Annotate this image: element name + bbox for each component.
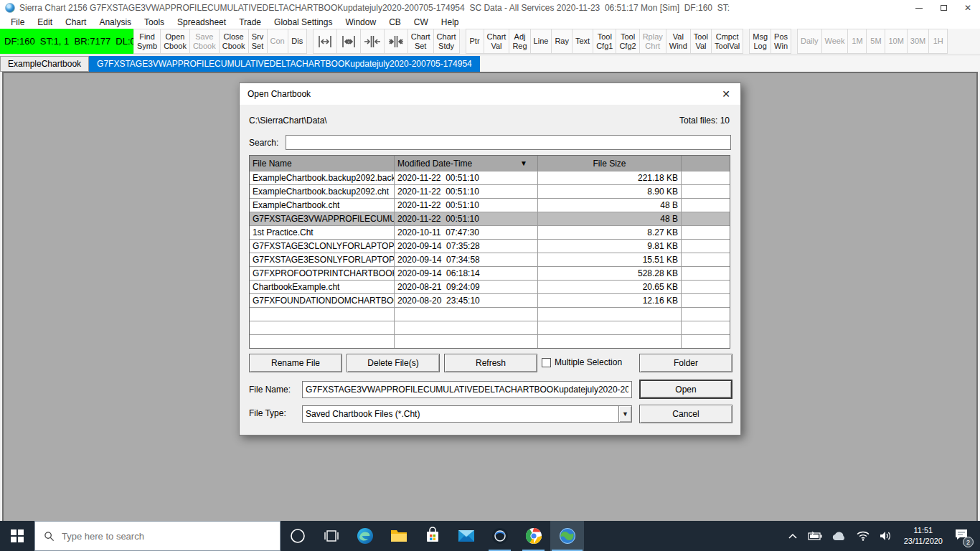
compact-tool-values-button[interactable]: Cmpct ToolVal xyxy=(712,29,743,54)
chevron-up-tray-button[interactable] xyxy=(788,532,798,540)
taskbar-clock[interactable]: 11:51 23/11/2020 xyxy=(904,525,943,547)
line-tool-button[interactable]: Line xyxy=(531,29,552,54)
column-header-modified-date-time[interactable]: Modified Date-Time▼ xyxy=(395,156,538,171)
open-button[interactable]: Open xyxy=(639,380,732,399)
start-button[interactable] xyxy=(0,521,34,551)
cortana-taskbar-button[interactable] xyxy=(281,521,314,551)
file-row[interactable]: ChartbookExample.cht2020-08-21 09:24:092… xyxy=(250,280,730,293)
file-type-dropdown[interactable]: Saved Chartbook Files (*.Cht) ▼ xyxy=(302,405,632,423)
chart-values-button[interactable]: Chart Val xyxy=(484,29,510,54)
menu-trade[interactable]: Trade xyxy=(232,16,268,29)
file-row[interactable]: G7FXPROFOOTPRINTCHARTBOOK-202020-09-14 0… xyxy=(250,266,730,280)
timeframe-1m-button[interactable]: 1M xyxy=(848,29,867,54)
onedrive-tray-button[interactable] xyxy=(832,532,847,541)
window-title: Sierra Chart 2156 G7FXSTAGE3VWAPPROFILEC… xyxy=(19,3,907,13)
disconnect-button[interactable]: Dis xyxy=(288,29,307,54)
maximize-button[interactable] xyxy=(931,0,956,16)
bar-spacing-narrow-more-button[interactable] xyxy=(385,29,408,54)
file-row[interactable]: G7FXFOUNDATIONDOMCHARTBOOK2020-08-20 23:… xyxy=(250,293,730,307)
close-button[interactable]: ✕ xyxy=(956,0,980,16)
file-row[interactable]: ExampleChartbook.backup2092.backup2020-1… xyxy=(250,171,730,184)
cancel-button[interactable]: Cancel xyxy=(639,405,732,423)
file-name-cell xyxy=(250,308,395,321)
tool-values-button[interactable]: Tool Val xyxy=(691,29,712,54)
bar-spacing-narrow-button[interactable] xyxy=(361,29,385,54)
open-chartbook-button[interactable]: Open Cbook xyxy=(161,29,190,54)
chrome-taskbar-button[interactable] xyxy=(517,521,550,551)
taskbar-search-input[interactable] xyxy=(62,531,248,542)
multiple-selection-checkbox[interactable] xyxy=(542,358,551,367)
rename-file-button[interactable]: Rename File xyxy=(249,354,342,372)
folder-button[interactable]: Folder xyxy=(639,354,732,372)
position-window-button[interactable]: Pos Win xyxy=(771,29,791,54)
maximize-icon xyxy=(941,5,947,11)
minimize-button[interactable] xyxy=(907,0,931,16)
menu-chart[interactable]: Chart xyxy=(59,16,93,29)
menu-global-settings[interactable]: Global Settings xyxy=(268,16,339,29)
sort-descending-icon: ▼ xyxy=(520,159,527,167)
chart-settings-button[interactable]: Chart Set xyxy=(408,29,434,54)
bar-spacing-widen-button[interactable] xyxy=(313,29,337,54)
delete-files-button[interactable]: Delete File(s) xyxy=(347,354,440,372)
file-row[interactable]: 1st Practice.Cht2020-10-11 07:47:308.27 … xyxy=(250,225,730,239)
taskbar-search[interactable] xyxy=(34,521,281,551)
file-row[interactable]: ExampleChartbook.backup2092.cht2020-11-2… xyxy=(250,184,730,198)
menu-window[interactable]: Window xyxy=(339,16,382,29)
message-log-button[interactable]: Msg Log xyxy=(749,29,771,54)
dialog-close-button[interactable]: ✕ xyxy=(717,85,735,103)
connect-button[interactable]: Con xyxy=(268,29,288,54)
timeframe-week-button[interactable]: Week xyxy=(822,29,849,54)
bar-spacing-widen-more-button[interactable] xyxy=(337,29,361,54)
nordvpn-taskbar-button[interactable] xyxy=(483,521,517,551)
tool-config-2-button[interactable]: Tool Cfg2 xyxy=(616,29,639,54)
notification-center-button[interactable]: 2 xyxy=(954,528,969,544)
menu-edit[interactable]: Edit xyxy=(31,16,59,29)
refresh-button[interactable]: Refresh xyxy=(444,354,537,372)
tab-chartbook[interactable]: ExampleChartbook xyxy=(0,56,89,72)
close-chartbook-button[interactable]: Close Cbook xyxy=(220,29,249,54)
tool-config-1-button[interactable]: Tool Cfg1 xyxy=(593,29,616,54)
text-tool-button[interactable]: Text xyxy=(573,29,593,54)
timeframe-1h-button[interactable]: 1H xyxy=(929,29,948,54)
ray-tool-button[interactable]: Ray xyxy=(552,29,573,54)
pointer-button[interactable]: Ptr xyxy=(466,29,484,54)
timeframe-10m-button[interactable]: 10M xyxy=(885,29,907,54)
timeframe-30m-button[interactable]: 30M xyxy=(908,29,929,54)
chart-studies-button[interactable]: Chart Stdy xyxy=(434,29,460,54)
column-header-file-size[interactable]: File Size xyxy=(538,156,682,171)
column-header-file-name[interactable]: File Name xyxy=(250,156,395,171)
battery-tray-button[interactable] xyxy=(808,532,822,540)
menu-analysis[interactable]: Analysis xyxy=(93,16,138,29)
values-window-button[interactable]: Val Wind xyxy=(666,29,691,54)
tab-active-chartbook[interactable]: G7FXSTAGE3VWAPPROFILECUMULATIVEDELTACHAR… xyxy=(89,56,480,72)
file-name-input[interactable] xyxy=(302,381,632,398)
timeframe-daily-button[interactable]: Daily xyxy=(797,29,821,54)
file-row[interactable]: G7FXSTAGE3CLONLYFORLAPTOPVWA2020-09-14 0… xyxy=(250,239,730,253)
task-view-taskbar-button[interactable] xyxy=(314,521,348,551)
edge-taskbar-button[interactable] xyxy=(348,521,382,551)
menu-cw[interactable]: CW xyxy=(407,16,435,29)
adjust-region-button[interactable]: Adj Reg xyxy=(509,29,530,54)
find-symbol-button[interactable]: Find Symb xyxy=(133,29,161,54)
sierra-chart-taskbar-button[interactable] xyxy=(550,521,584,551)
menu-help[interactable]: Help xyxy=(435,16,466,29)
search-input[interactable] xyxy=(286,135,731,150)
mail-taskbar-button[interactable] xyxy=(449,521,483,551)
server-settings-button[interactable]: Srv Set xyxy=(249,29,268,54)
menu-spreadsheet[interactable]: Spreadsheet xyxy=(171,16,232,29)
menu-tools[interactable]: Tools xyxy=(138,16,171,29)
wifi-tray-button[interactable] xyxy=(857,531,870,541)
file-row[interactable]: G7FXSTAGE3VWAPPROFILECUMULAT2020-11-22 0… xyxy=(250,212,730,225)
menu-cb[interactable]: CB xyxy=(382,16,407,29)
file-explorer-taskbar-button[interactable] xyxy=(382,521,415,551)
timeframe-5m-button[interactable]: 5M xyxy=(867,29,885,54)
menu-file[interactable]: File xyxy=(4,16,31,29)
volume-tray-button[interactable] xyxy=(880,531,892,541)
file-row[interactable]: ExampleChartbook.cht2020-11-22 00:51:104… xyxy=(250,198,730,212)
file-row[interactable]: G7FXSTAGE3ESONLYFORLAPTOPVWA2020-09-14 0… xyxy=(250,253,730,266)
save-chartbook-button[interactable]: Save Cbook xyxy=(190,29,220,54)
dropdown-arrow-icon[interactable]: ▼ xyxy=(618,406,631,422)
replay-chart-button[interactable]: Rplay Chrt xyxy=(640,29,666,54)
store-taskbar-button[interactable] xyxy=(415,521,449,551)
file-size-cell: 221.18 KB xyxy=(538,171,682,184)
